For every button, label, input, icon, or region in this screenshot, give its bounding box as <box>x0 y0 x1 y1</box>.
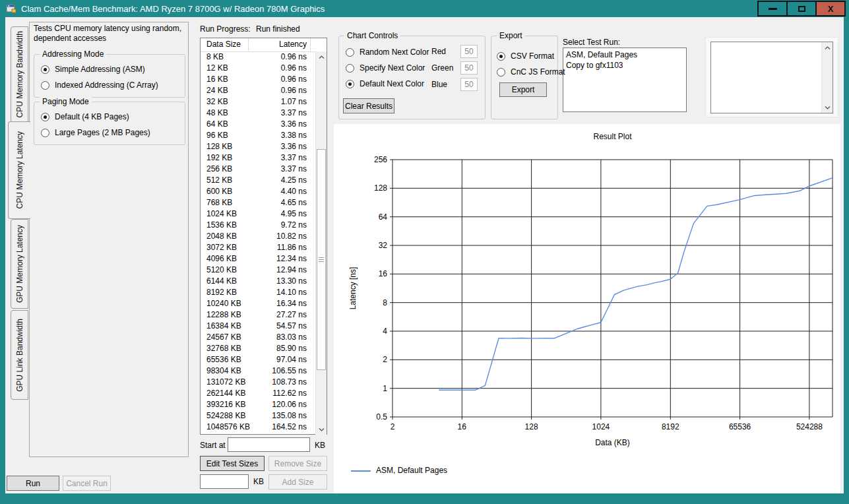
export-button[interactable]: Export <box>499 82 547 97</box>
table-row[interactable]: 1536 KB9.72 ns <box>201 220 315 231</box>
radio-default-4-kb-pages[interactable]: Default (4 KB Pages) <box>34 109 185 125</box>
minimize-button[interactable] <box>757 1 788 16</box>
scrollbar-thumb[interactable] <box>317 149 326 370</box>
table-row[interactable]: 10240 KB16.34 ns <box>201 298 315 309</box>
table-row[interactable]: 96 KB3.38 ns <box>201 130 315 141</box>
tab-gpu-link-bandwidth[interactable]: GPU Link Bandwidth <box>11 310 28 400</box>
table-row[interactable]: 16 KB0.96 ns <box>201 74 315 85</box>
table-row[interactable]: 48 KB3.37 ns <box>201 108 315 119</box>
table-row[interactable]: 8192 KB14.10 ns <box>201 287 315 298</box>
scroll-up-button[interactable] <box>316 51 327 63</box>
column-header-latency[interactable]: Latency <box>279 40 307 49</box>
tab-gpu-memory-latency[interactable]: GPU Memory Latency <box>11 219 28 309</box>
legend-line-sample <box>351 470 371 472</box>
rgb-row-blue: Blue <box>431 76 478 92</box>
scroll-up-button[interactable] <box>822 42 833 53</box>
radio-random-next-color[interactable]: Random Next Color <box>339 44 445 60</box>
table-row[interactable]: 32 KB1.07 ns <box>201 96 315 108</box>
scroll-down-button[interactable] <box>316 424 327 435</box>
cell-data-size: 8 KB <box>206 51 224 63</box>
table-row[interactable]: 12288 KB27.27 ns <box>201 309 315 321</box>
rgb-row-red: Red <box>431 43 478 59</box>
column-header-data-size[interactable]: Data Size <box>206 40 241 49</box>
table-row[interactable]: 64 KB3.36 ns <box>201 119 315 130</box>
log-scrollbar[interactable] <box>821 42 833 113</box>
list-item[interactable]: ASM, Default Pages <box>563 49 686 60</box>
table-row[interactable]: 524288 KB135.08 ns <box>201 410 315 422</box>
run-button[interactable]: Run <box>7 476 59 491</box>
add-size-input[interactable] <box>200 474 249 489</box>
table-row[interactable]: 98304 KB106.55 ns <box>201 365 315 377</box>
tab-cpu-memory-latency[interactable]: CPU Memory Latency <box>8 121 30 219</box>
cell-data-size: 48 KB <box>206 108 228 119</box>
table-row[interactable]: 128 KB3.36 ns <box>201 141 315 152</box>
radio-icon <box>346 64 354 73</box>
list-item[interactable]: Copy to gfx1103 <box>563 60 686 71</box>
radio-indexed-addressing-c-array[interactable]: Indexed Addressing (C Array) <box>34 77 185 93</box>
export-group-label: Export <box>497 31 525 40</box>
cell-latency: 83.03 ns <box>276 332 307 343</box>
table-row[interactable]: 768 KB4.65 ns <box>201 197 315 208</box>
cell-latency: 4.25 ns <box>281 175 307 186</box>
table-row[interactable]: 393216 KB120.06 ns <box>201 399 315 410</box>
table-row[interactable]: 2048 KB10.82 ns <box>201 231 315 242</box>
cell-data-size: 16384 KB <box>206 321 241 332</box>
radio-csv-format[interactable]: CSV Format <box>490 48 557 64</box>
run-progress-label: Run Progress: <box>200 24 251 34</box>
results-scrollbar[interactable] <box>315 51 327 435</box>
red-input[interactable] <box>460 45 478 58</box>
add-size-button[interactable]: Add Size <box>268 474 327 489</box>
table-row[interactable]: 512 KB4.25 ns <box>201 175 315 186</box>
table-row[interactable]: 192 KB3.37 ns <box>201 152 315 164</box>
test-run-listbox[interactable]: ASM, Default PagesCopy to gfx1103 <box>563 47 687 112</box>
table-row[interactable]: 600 KB4.40 ns <box>201 186 315 197</box>
table-row[interactable]: 8 KB0.96 ns <box>201 51 315 63</box>
table-row[interactable]: 1048576 KB164.52 ns <box>201 422 315 433</box>
maximize-button[interactable] <box>786 1 817 16</box>
radio-specify-next-color[interactable]: Specify Next Color <box>339 60 445 76</box>
table-row[interactable]: 262144 KB112.62 ns <box>201 388 315 399</box>
log-textbox[interactable] <box>710 42 833 113</box>
blue-input[interactable] <box>460 78 478 91</box>
cell-data-size: 5120 KB <box>206 265 237 276</box>
table-row[interactable]: 1024 KB4.95 ns <box>201 208 315 220</box>
radio-icon <box>41 65 49 74</box>
tab-cpu-memory-bandwidth[interactable]: CPU Memory Bandwidth <box>11 26 28 123</box>
radio-label: Default Next Color <box>360 79 424 88</box>
table-row[interactable]: 24567 KB83.03 ns <box>201 332 315 343</box>
remove-size-button[interactable]: Remove Size <box>268 456 327 471</box>
cell-data-size: 600 KB <box>206 186 232 197</box>
table-row[interactable]: 3072 KB11.86 ns <box>201 242 315 253</box>
table-row[interactable]: 131072 KB108.73 ns <box>201 377 315 388</box>
close-button[interactable]: X <box>815 1 846 16</box>
radio-label: Specify Next Color <box>360 63 425 73</box>
table-row[interactable]: 256 KB3.37 ns <box>201 164 315 175</box>
table-row[interactable]: 12 KB0.96 ns <box>201 63 315 74</box>
tab-label: CPU Memory Latency <box>15 131 24 208</box>
table-row[interactable]: 6144 KB13.30 ns <box>201 276 315 287</box>
radio-label: CnC JS Format <box>511 67 565 77</box>
table-row[interactable]: 4096 KB12.34 ns <box>201 253 315 265</box>
radio-large-pages-2-mb-pages[interactable]: Large Pages (2 MB Pages) <box>34 125 185 141</box>
cancel-run-button[interactable]: Cancel Run <box>63 476 111 491</box>
table-row[interactable]: 24 KB0.96 ns <box>201 85 315 96</box>
green-input[interactable] <box>460 61 478 75</box>
window-controls: X <box>759 1 846 16</box>
scroll-down-button[interactable] <box>822 102 833 113</box>
select-test-run-label: Select Test Run: <box>563 38 620 47</box>
edit-test-sizes-button[interactable]: Edit Test Sizes <box>200 456 265 471</box>
radio-default-next-color[interactable]: Default Next Color <box>339 76 445 92</box>
start-at-input[interactable] <box>228 437 310 452</box>
cell-latency: 0.96 ns <box>281 74 307 85</box>
cell-latency: 4.95 ns <box>281 208 307 220</box>
clear-results-button[interactable]: Clear Results <box>343 98 394 113</box>
cell-latency: 3.36 ns <box>281 141 307 152</box>
chart-legend: ASM, Default Pages <box>351 466 447 476</box>
table-row[interactable]: 5120 KB12.94 ns <box>201 265 315 276</box>
table-row[interactable]: 16384 KB54.57 ns <box>201 321 315 332</box>
radio-simple-addressing-asm[interactable]: Simple Addressing (ASM) <box>34 61 185 77</box>
cell-data-size: 512 KB <box>206 175 232 186</box>
radio-cnc-js-format[interactable]: CnC JS Format <box>490 64 557 80</box>
table-row[interactable]: 32768 KB85.90 ns <box>201 343 315 354</box>
table-row[interactable]: 65536 KB97.04 ns <box>201 354 315 365</box>
